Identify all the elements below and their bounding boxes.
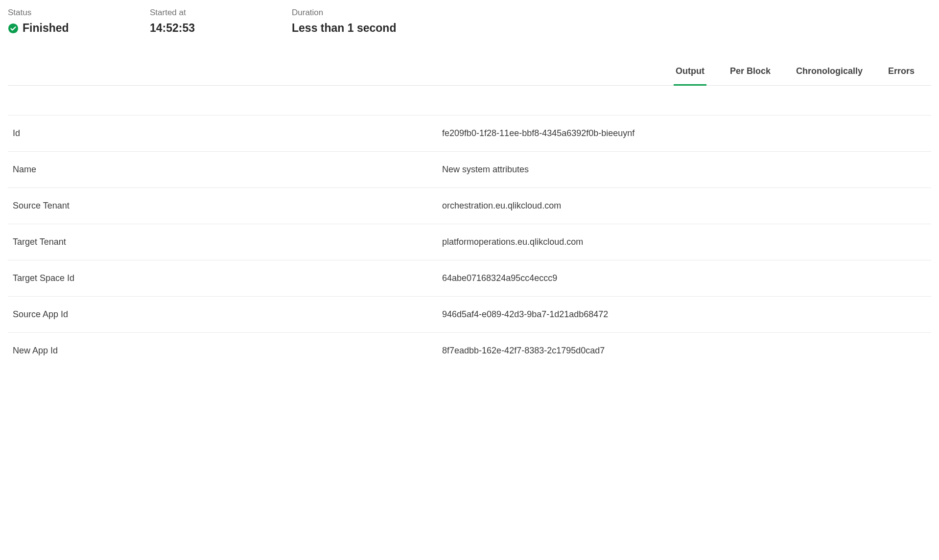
svg-point-0	[8, 23, 18, 33]
tab-errors[interactable]: Errors	[886, 59, 916, 86]
row-key: New App Id	[13, 346, 442, 356]
row-value: 946d5af4-e089-42d3-9ba7-1d21adb68472	[442, 309, 926, 320]
started-label: Started at	[150, 8, 292, 18]
tabs: Output Per Block Chronologically Errors	[8, 59, 931, 86]
check-circle-icon	[8, 23, 19, 34]
table-row: Target Space Id 64abe07168324a95cc4eccc9	[8, 260, 931, 296]
row-value: fe209fb0-1f28-11ee-bbf8-4345a6392f0b-bie…	[442, 128, 926, 139]
tab-per-block[interactable]: Per Block	[728, 59, 773, 86]
row-key: Target Tenant	[13, 237, 442, 247]
row-key: Source Tenant	[13, 201, 442, 211]
page-container: Status Finished Started at 14:52:53 Dura…	[0, 0, 939, 376]
status-text: Finished	[23, 22, 69, 35]
row-key: Name	[13, 164, 442, 175]
tab-chronologically[interactable]: Chronologically	[794, 59, 865, 86]
table-row: Target Tenant platformoperations.eu.qlik…	[8, 224, 931, 260]
row-key: Target Space Id	[13, 273, 442, 283]
row-value: orchestration.eu.qlikcloud.com	[442, 201, 926, 211]
duration-value: Less than 1 second	[292, 22, 396, 35]
tab-output[interactable]: Output	[674, 59, 706, 86]
output-table: Id fe209fb0-1f28-11ee-bbf8-4345a6392f0b-…	[8, 115, 931, 369]
summary-row: Status Finished Started at 14:52:53 Dura…	[8, 8, 931, 35]
table-row: Id fe209fb0-1f28-11ee-bbf8-4345a6392f0b-…	[8, 115, 931, 151]
table-row: Name New system attributes	[8, 151, 931, 187]
duration-label: Duration	[292, 8, 396, 18]
row-key: Source App Id	[13, 309, 442, 320]
row-value: platformoperations.eu.qlikcloud.com	[442, 237, 926, 247]
summary-duration: Duration Less than 1 second	[292, 8, 396, 35]
table-row: New App Id 8f7eadbb-162e-42f7-8383-2c179…	[8, 332, 931, 369]
summary-started: Started at 14:52:53	[150, 8, 292, 35]
table-row: Source App Id 946d5af4-e089-42d3-9ba7-1d…	[8, 296, 931, 332]
started-value: 14:52:53	[150, 22, 292, 35]
table-row: Source Tenant orchestration.eu.qlikcloud…	[8, 187, 931, 224]
row-value: 64abe07168324a95cc4eccc9	[442, 273, 926, 283]
row-value: New system attributes	[442, 164, 926, 175]
summary-status: Status Finished	[8, 8, 150, 35]
row-value: 8f7eadbb-162e-42f7-8383-2c1795d0cad7	[442, 346, 926, 356]
status-value: Finished	[8, 22, 150, 35]
row-key: Id	[13, 128, 442, 139]
status-label: Status	[8, 8, 150, 18]
